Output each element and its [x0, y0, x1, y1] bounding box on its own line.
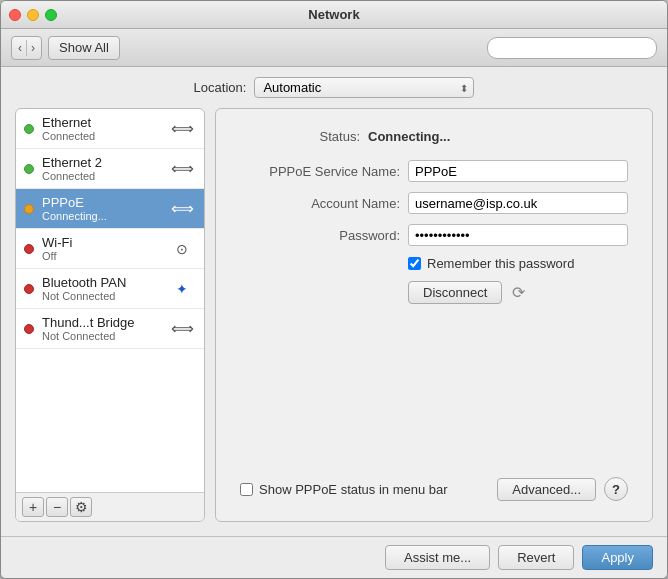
sidebar-item-ethernet[interactable]: Ethernet Connected	[16, 109, 204, 149]
ethernet-icon-0	[168, 119, 196, 139]
sidebar-item-pppoe[interactable]: PPPoE Connecting...	[16, 189, 204, 229]
sidebar-item-ethernet2[interactable]: Ethernet 2 Connected	[16, 149, 204, 189]
item-status-pppoe: Connecting...	[42, 210, 160, 222]
revert-button[interactable]: Revert	[498, 545, 574, 570]
account-name-row: Account Name:	[240, 192, 628, 214]
help-button[interactable]: ?	[604, 477, 628, 501]
status-value: Connecting...	[368, 129, 450, 144]
status-dot-pppoe	[24, 204, 34, 214]
window-title: Network	[308, 7, 359, 22]
show-all-button[interactable]: Show All	[48, 36, 120, 60]
location-bar: Location: Automatic	[15, 77, 653, 98]
bottom-buttons: Advanced... ?	[497, 477, 628, 501]
toolbar: ‹ › Show All	[1, 29, 667, 67]
status-label: Status:	[240, 129, 360, 144]
search-input[interactable]	[496, 41, 648, 55]
sidebar-footer: + − ⚙	[16, 492, 204, 521]
window-footer: Assist me... Revert Apply	[1, 536, 667, 578]
account-name-input[interactable]	[408, 192, 628, 214]
item-status-thunderbolt: Not Connected	[42, 330, 160, 342]
item-name-ethernet: Ethernet	[42, 115, 160, 130]
content-area: Location: Automatic Ethernet Connected	[1, 67, 667, 536]
status-dot-ethernet2	[24, 164, 34, 174]
spacer	[240, 320, 628, 455]
item-status-bluetooth: Not Connected	[42, 290, 160, 302]
traffic-lights	[9, 9, 57, 21]
status-dot-wifi	[24, 244, 34, 254]
status-dot-bluetooth	[24, 284, 34, 294]
ethernet-icon-2	[168, 199, 196, 219]
password-input[interactable]	[408, 224, 628, 246]
disconnect-button[interactable]: Disconnect	[408, 281, 502, 304]
sidebar-item-bluetooth-pan[interactable]: Bluetooth PAN Not Connected	[16, 269, 204, 309]
status-dot-thunderbolt	[24, 324, 34, 334]
assist-me-button[interactable]: Assist me...	[385, 545, 490, 570]
forward-icon[interactable]: ›	[29, 41, 37, 55]
minimize-button[interactable]	[27, 9, 39, 21]
pppoe-service-row: PPPoE Service Name:	[240, 160, 628, 182]
main-panel: Ethernet Connected Ethernet 2 Connected	[15, 108, 653, 522]
add-network-button[interactable]: +	[22, 497, 44, 517]
close-button[interactable]	[9, 9, 21, 21]
gear-button[interactable]: ⚙	[70, 497, 92, 517]
show-pppoe-row: Show PPPoE status in menu bar	[240, 482, 448, 497]
item-status-wifi: Off	[42, 250, 160, 262]
pppoe-service-input[interactable]	[408, 160, 628, 182]
apply-button[interactable]: Apply	[582, 545, 653, 570]
remember-password-checkbox[interactable]	[408, 257, 421, 270]
remove-network-button[interactable]: −	[46, 497, 68, 517]
password-row: Password:	[240, 224, 628, 246]
titlebar: Network	[1, 1, 667, 29]
item-name-wifi: Wi-Fi	[42, 235, 160, 250]
back-forward-buttons[interactable]: ‹ ›	[11, 36, 42, 60]
item-name-thunderbolt: Thund...t Bridge	[42, 315, 160, 330]
status-row: Status: Connecting...	[240, 129, 628, 144]
sidebar: Ethernet Connected Ethernet 2 Connected	[15, 108, 205, 522]
back-icon[interactable]: ‹	[16, 41, 24, 55]
wifi-icon	[168, 239, 196, 259]
sidebar-item-thunderbolt[interactable]: Thund...t Bridge Not Connected	[16, 309, 204, 349]
show-pppoe-checkbox[interactable]	[240, 483, 253, 496]
spinner-icon: ⟳	[512, 283, 525, 302]
network-window: Network ‹ › Show All Location: Automatic	[0, 0, 668, 579]
status-dot-ethernet	[24, 124, 34, 134]
sidebar-list: Ethernet Connected Ethernet 2 Connected	[16, 109, 204, 492]
detail-panel: Status: Connecting... PPPoE Service Name…	[215, 108, 653, 522]
form-section: PPPoE Service Name: Account Name: Passwo…	[240, 160, 628, 304]
pppoe-service-label: PPPoE Service Name:	[240, 164, 400, 179]
disconnect-row: Disconnect ⟳	[408, 281, 628, 304]
advanced-button[interactable]: Advanced...	[497, 478, 596, 501]
item-name-pppoe: PPPoE	[42, 195, 160, 210]
location-label: Location:	[194, 80, 247, 95]
bottom-bar: Show PPPoE status in menu bar Advanced..…	[240, 471, 628, 501]
search-box	[487, 37, 657, 59]
location-select[interactable]: Automatic	[254, 77, 474, 98]
ethernet-icon-1	[168, 159, 196, 179]
item-name-bluetooth: Bluetooth PAN	[42, 275, 160, 290]
sidebar-item-wifi[interactable]: Wi-Fi Off	[16, 229, 204, 269]
location-wrapper: Automatic	[254, 77, 474, 98]
item-status-ethernet: Connected	[42, 130, 160, 142]
item-status-ethernet2: Connected	[42, 170, 160, 182]
maximize-button[interactable]	[45, 9, 57, 21]
remember-password-label[interactable]: Remember this password	[427, 256, 574, 271]
bluetooth-icon	[168, 279, 196, 299]
item-name-ethernet2: Ethernet 2	[42, 155, 160, 170]
remember-password-row: Remember this password	[408, 256, 628, 271]
show-pppoe-label[interactable]: Show PPPoE status in menu bar	[259, 482, 448, 497]
ethernet-icon-5	[168, 319, 196, 339]
password-label: Password:	[240, 228, 400, 243]
account-name-label: Account Name:	[240, 196, 400, 211]
